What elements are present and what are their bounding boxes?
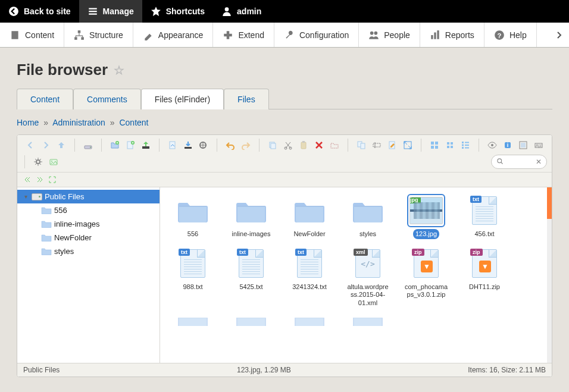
archive-button[interactable] <box>443 138 457 152</box>
user-menu[interactable]: admin <box>213 0 270 23</box>
file-item[interactable]: txt3241324.txt <box>283 246 336 311</box>
open-button[interactable] <box>165 138 180 152</box>
tab-help[interactable]: ?Help <box>484 23 537 47</box>
tab-structure[interactable]: Structure <box>64 23 133 47</box>
tab-people[interactable]: People <box>359 23 420 47</box>
subtab-files[interactable]: Files <box>224 89 269 109</box>
collapse-right-icon[interactable] <box>35 174 45 185</box>
tab-appearance[interactable]: Appearance <box>133 23 214 47</box>
download-button[interactable] <box>181 138 195 152</box>
collapse-left-icon[interactable] <box>22 174 33 185</box>
svg-rect-20 <box>185 147 192 149</box>
file-item[interactable] <box>341 315 395 332</box>
view-list-button[interactable] <box>458 138 473 152</box>
folder-icon <box>41 247 52 255</box>
back-to-site-label: Back to site <box>24 7 71 16</box>
subtab-content[interactable]: Content <box>17 89 73 109</box>
page-header: File browser ☆ <box>0 48 569 89</box>
empty-button[interactable] <box>327 138 342 152</box>
search-icon <box>496 158 504 167</box>
scrollbar[interactable] <box>547 187 552 363</box>
manage-label: Manage <box>103 7 134 16</box>
file-item[interactable]: 556 <box>166 193 220 242</box>
file-item[interactable]: inline-images <box>224 193 278 242</box>
about-button[interactable] <box>46 155 61 169</box>
svg-rect-29 <box>361 143 365 149</box>
file-item[interactable]: jpg123.jpg <box>399 193 453 242</box>
breadcrumb-administration[interactable]: Administration <box>52 118 105 127</box>
cut-button[interactable] <box>281 138 295 152</box>
delete-button[interactable] <box>312 138 326 152</box>
status-path: Public Files <box>23 366 60 374</box>
tab-reports-label: Reports <box>445 30 474 40</box>
new-folder-button[interactable] <box>108 138 122 152</box>
paste-button[interactable] <box>296 138 311 152</box>
folder-icon <box>294 198 325 223</box>
tree-item[interactable]: inline-images <box>17 217 160 231</box>
tree-item[interactable]: NewFolder <box>17 231 160 244</box>
file-item[interactable]: zip▼DHT11.zip <box>458 246 511 311</box>
file-grid[interactable]: 556inline-imagesNewFolderstylesjpg123.jp… <box>160 187 552 363</box>
getfile-button[interactable] <box>196 138 211 152</box>
reports-icon <box>430 30 440 40</box>
subtab-comments[interactable]: Comments <box>73 89 141 109</box>
subtab-files-elfinder[interactable]: Files (elFinder) <box>141 89 224 109</box>
select-none-button[interactable]: A|z <box>532 138 546 152</box>
breadcrumb-content[interactable]: Content <box>119 118 148 127</box>
svg-rect-4 <box>74 37 77 40</box>
search-input[interactable] <box>507 158 532 166</box>
new-file-button[interactable] <box>123 138 137 152</box>
search-box[interactable]: ✕ <box>491 155 547 169</box>
undo-button[interactable] <box>223 138 237 152</box>
upload-button[interactable] <box>139 138 153 152</box>
svg-rect-37 <box>447 142 449 145</box>
svg-rect-42 <box>462 145 464 146</box>
tree-collapse-icon[interactable]: ▾ <box>22 193 29 200</box>
file-item[interactable]: NewFolder <box>283 193 336 242</box>
back-to-site[interactable]: Back to site <box>0 0 79 23</box>
file-item[interactable] <box>166 315 220 332</box>
file-item[interactable]: xml</>altula.wordpress.2015-04-01.xml <box>341 246 395 311</box>
manage-menu[interactable]: Manage <box>79 0 142 23</box>
tab-configuration[interactable]: Configuration <box>274 23 359 47</box>
info-button[interactable]: i <box>501 138 515 152</box>
nav-up-button[interactable] <box>54 138 68 152</box>
nav-forward-button[interactable] <box>39 138 53 152</box>
file-item[interactable] <box>224 315 278 332</box>
copy-button[interactable] <box>265 138 280 152</box>
settings-button[interactable] <box>31 155 45 169</box>
rename-button[interactable] <box>370 138 384 152</box>
shortcuts-menu[interactable]: Shortcuts <box>142 0 213 23</box>
duplicate-button[interactable] <box>354 138 368 152</box>
file-item[interactable]: styles <box>341 193 395 242</box>
file-item[interactable]: zip▼com_phocamaps_v3.0.1.zip <box>399 246 453 311</box>
volume-icon <box>32 193 42 200</box>
select-all-button[interactable] <box>516 138 530 152</box>
folder-icon <box>352 318 383 326</box>
file-item[interactable]: txt5425.txt <box>224 246 278 311</box>
preview-button[interactable] <box>485 138 499 152</box>
tab-reports[interactable]: Reports <box>420 23 484 47</box>
file-item[interactable]: txt456.txt <box>458 193 511 242</box>
nav-back-button[interactable] <box>23 138 37 152</box>
breadcrumb-home[interactable]: Home <box>17 118 39 127</box>
fullscreen-icon[interactable] <box>47 174 58 185</box>
redo-button[interactable] <box>239 138 253 152</box>
extend-icon <box>223 30 233 40</box>
resize-button[interactable] <box>401 138 415 152</box>
tab-content[interactable]: Content <box>0 23 64 47</box>
favorite-star-icon[interactable]: ☆ <box>114 63 124 77</box>
extract-button[interactable] <box>427 138 442 152</box>
tree-item[interactable]: 556 <box>17 203 160 217</box>
netmount-button[interactable] <box>81 138 95 152</box>
tree-root[interactable]: ▾ Public Files <box>17 190 160 203</box>
file-item[interactable]: txt988.txt <box>166 246 220 311</box>
search-clear-icon[interactable]: ✕ <box>536 158 542 166</box>
edit-button[interactable] <box>385 138 399 152</box>
tree-item[interactable]: styles <box>17 244 160 258</box>
admin-tabs-overflow[interactable] <box>552 23 565 47</box>
file-item[interactable] <box>283 315 336 332</box>
tab-extend[interactable]: Extend <box>213 23 274 47</box>
folder-icon <box>41 234 52 242</box>
folder-icon <box>41 220 52 228</box>
